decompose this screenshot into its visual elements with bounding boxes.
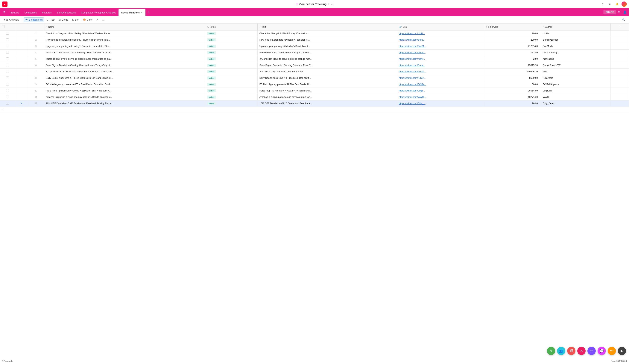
row-text[interactable]: FC Maid Agency presents All The Best Dea… bbox=[257, 81, 397, 88]
row-url-link[interactable]: https://twitter.com/sketc... bbox=[399, 39, 425, 41]
row-checkbox[interactable] bbox=[6, 77, 9, 79]
row-url-link[interactable]: https://twitter.com/FCMa... bbox=[399, 83, 426, 86]
row-name[interactable]: RT @IGNDeals: Daily Deals: Xbox One X + … bbox=[44, 69, 205, 75]
row-name[interactable]: FC Maid Agency presents All The Best Dea… bbox=[44, 81, 205, 88]
row-notes[interactable]: twitter bbox=[205, 75, 257, 81]
group-button[interactable]: ▤ Group bbox=[57, 18, 70, 22]
row-text[interactable]: Party Prep Tip Harmony + Alexa + @Patron… bbox=[257, 88, 397, 94]
col-followers-header[interactable]: # Followers bbox=[484, 24, 541, 30]
row-checkbox[interactable] bbox=[6, 102, 9, 104]
col-author-header[interactable]: A Author bbox=[541, 24, 611, 30]
color-button[interactable]: 🎨 Color bbox=[81, 18, 94, 22]
row-checkbox[interactable] bbox=[6, 83, 9, 86]
share-button[interactable]: SHARE bbox=[604, 10, 616, 14]
row-checkbox-cell[interactable] bbox=[0, 49, 15, 56]
row-name[interactable]: Daily Deals: Xbox One X + Free $100 Dell… bbox=[44, 75, 205, 81]
row-author[interactable]: Dilly_Deals bbox=[541, 100, 611, 107]
row-checkbox[interactable] bbox=[6, 70, 9, 73]
row-url[interactable]: https://twitter.com/PopM... bbox=[397, 43, 484, 49]
avatar[interactable] bbox=[622, 1, 627, 7]
info-icon[interactable]: ⓘ bbox=[331, 2, 333, 6]
row-text[interactable]: How long is a standard keyboard? I can't… bbox=[257, 37, 397, 43]
row-expand-icon[interactable]: ⤢ bbox=[20, 102, 23, 105]
hidden-fields-button[interactable]: 👁 1 hidden field bbox=[23, 17, 44, 22]
row-name[interactable]: Check this #bargain! #BlackFriday #Dande… bbox=[44, 30, 205, 37]
row-text[interactable]: Check this #bargain! #BlackFriday #Dande… bbox=[257, 30, 397, 37]
row-url-link[interactable]: https://twitter.com/decor... bbox=[399, 51, 426, 54]
row-text[interactable]: Daily Deals: Xbox One X + Free $100 Dell… bbox=[257, 75, 397, 81]
col-url-header[interactable]: 🔗 URL bbox=[397, 24, 484, 30]
row-url[interactable]: https://twitter.com/IGN/s... bbox=[397, 69, 484, 75]
row-url[interactable]: https://twitter.com/sketc... bbox=[397, 37, 484, 43]
row-name[interactable]: Party Prep Tip Harmony + Alexa + @Patron… bbox=[44, 88, 205, 94]
row-url[interactable]: https://twitter.com/decor... bbox=[397, 49, 484, 56]
row-name[interactable]: Upgrade your gaming with today's Dandeli… bbox=[44, 43, 205, 49]
row-url[interactable]: https://twitter.com/IGND... bbox=[397, 75, 484, 81]
row-author[interactable]: PopMech bbox=[541, 43, 611, 49]
row-author[interactable]: FCMaidAgency bbox=[541, 81, 611, 88]
row-author[interactable]: decorandesign bbox=[541, 49, 611, 56]
grid-button[interactable]: ⠿ bbox=[607, 1, 613, 7]
row-checkbox-cell[interactable] bbox=[0, 56, 15, 62]
row-checkbox-cell[interactable] bbox=[0, 37, 15, 43]
row-author[interactable]: IGN bbox=[541, 69, 611, 75]
row-url[interactable]: https://twitter.com/maric... bbox=[397, 56, 484, 62]
col-notes-header[interactable]: A Notes bbox=[205, 24, 257, 30]
row-url-link[interactable]: https://twitter.com/Dilly_... bbox=[399, 102, 426, 105]
row-url-link[interactable]: https://twitter.com/maric... bbox=[399, 58, 426, 60]
row-text[interactable]: Upgrade your gaming with today's Dandeli… bbox=[257, 43, 397, 49]
row-checkbox-cell[interactable] bbox=[0, 43, 15, 49]
row-url[interactable]: https://twitter.com/Logit... bbox=[397, 88, 484, 94]
row-notes[interactable]: twitter bbox=[205, 62, 257, 69]
row-url-link[interactable]: https://twitter.com/PopM... bbox=[399, 45, 426, 48]
col-text-header[interactable]: ƒ Text bbox=[257, 24, 397, 30]
fab-chat[interactable]: 💬 bbox=[598, 347, 606, 355]
row-checkbox[interactable] bbox=[6, 95, 9, 98]
row-checkbox[interactable] bbox=[6, 38, 9, 41]
row-url-link[interactable]: https://twitter.com/IGN/s... bbox=[399, 70, 426, 73]
row-url-link[interactable]: https://twitter.com/clicki... bbox=[399, 32, 425, 35]
row-url[interactable]: https://twitter.com/Comi... bbox=[397, 62, 484, 69]
row-text[interactable]: Save Big on Dandelion Gaming Gear and Mo… bbox=[257, 62, 397, 69]
row-url-link[interactable]: https://twitter.com/Logit... bbox=[399, 90, 425, 92]
fab-edit[interactable]: ✎ bbox=[547, 347, 555, 355]
row-text[interactable]: Amazon is running a huge one day sale on… bbox=[257, 94, 397, 100]
row-url-link[interactable]: https://twitter.com/IGND... bbox=[399, 77, 426, 79]
row-checkbox[interactable] bbox=[6, 32, 9, 35]
tab-user-icon[interactable]: 👤 bbox=[622, 10, 628, 15]
sort-button[interactable]: ⇅ Sort bbox=[70, 18, 81, 22]
row-author[interactable]: clickiz bbox=[541, 30, 611, 37]
tab-companies[interactable]: Companies bbox=[22, 9, 39, 16]
tab-products[interactable]: Products bbox=[7, 9, 22, 16]
row-checkbox-cell[interactable] bbox=[0, 94, 15, 100]
row-notes[interactable]: twitter bbox=[205, 100, 257, 107]
row-checkbox[interactable] bbox=[6, 57, 9, 60]
row-notes[interactable]: twitter bbox=[205, 43, 257, 49]
fab-close[interactable]: ✕ bbox=[577, 347, 586, 355]
fab-play[interactable]: ▶ bbox=[618, 347, 626, 355]
row-checkbox-cell[interactable] bbox=[0, 62, 15, 69]
col-name-header[interactable]: A Name bbox=[44, 24, 205, 30]
row-name[interactable]: How long is a standard keyboard? I can't… bbox=[44, 37, 205, 43]
row-author[interactable]: sketchy1poker bbox=[541, 37, 611, 43]
row-name[interactable]: Save Big on Dandelion Gaming Gear and Mo… bbox=[44, 62, 205, 69]
row-checkbox[interactable] bbox=[6, 45, 9, 47]
row-notes[interactable]: twitter bbox=[205, 30, 257, 37]
row-name[interactable]: @Dandelion I love to serve up blood oran… bbox=[44, 56, 205, 62]
row-checkbox[interactable] bbox=[6, 64, 9, 66]
row-author[interactable]: maricablue bbox=[541, 56, 611, 62]
row-name[interactable]: Please RT! #decoration #interiordesign T… bbox=[44, 49, 205, 56]
expand-button[interactable]: ⤢ bbox=[95, 18, 100, 22]
row-notes[interactable]: twitter bbox=[205, 37, 257, 43]
row-notes[interactable]: twitter bbox=[205, 81, 257, 88]
select-all-checkbox[interactable] bbox=[2, 25, 4, 28]
row-checkbox-cell[interactable] bbox=[0, 100, 15, 107]
row-author[interactable]: IGNDeals bbox=[541, 75, 611, 81]
hamburger-menu[interactable]: ≡ bbox=[1, 8, 7, 16]
tab-features[interactable]: Features bbox=[39, 9, 54, 16]
add-row-button[interactable]: + bbox=[0, 107, 629, 113]
tab-close-icon[interactable]: ▼ bbox=[141, 11, 143, 14]
col-add-header[interactable]: + bbox=[611, 24, 629, 30]
row-url-link[interactable]: https://twitter.com/WWG... bbox=[399, 96, 426, 98]
row-checkbox-cell[interactable] bbox=[0, 30, 15, 37]
